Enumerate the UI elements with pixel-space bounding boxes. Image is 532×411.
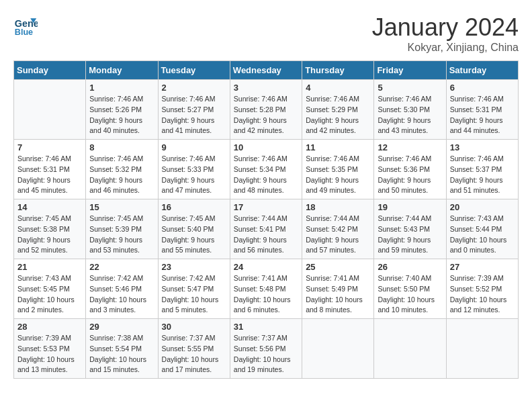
calendar-cell: 14Sunrise: 7:45 AMSunset: 5:38 PMDayligh… — [14, 199, 86, 259]
calendar-cell: 1Sunrise: 7:46 AMSunset: 5:26 PMDaylight… — [86, 80, 158, 140]
calendar-week-5: 28Sunrise: 7:39 AMSunset: 5:53 PMDayligh… — [14, 319, 519, 379]
calendar-cell: 24Sunrise: 7:41 AMSunset: 5:48 PMDayligh… — [230, 259, 302, 319]
calendar-cell: 31Sunrise: 7:37 AMSunset: 5:56 PMDayligh… — [230, 319, 302, 379]
calendar-cell: 19Sunrise: 7:44 AMSunset: 5:43 PMDayligh… — [374, 199, 446, 259]
day-number: 20 — [450, 202, 515, 212]
logo-icon: General Blue — [13, 13, 38, 38]
cell-info: Sunrise: 7:42 AMSunset: 5:47 PMDaylight:… — [162, 273, 226, 316]
day-number: 4 — [306, 83, 370, 93]
calendar-cell — [302, 319, 374, 379]
day-number: 24 — [234, 262, 298, 272]
calendar-cell: 17Sunrise: 7:44 AMSunset: 5:41 PMDayligh… — [230, 199, 302, 259]
cell-info: Sunrise: 7:45 AMSunset: 5:38 PMDaylight:… — [17, 214, 82, 256]
calendar-cell: 11Sunrise: 7:46 AMSunset: 5:35 PMDayligh… — [302, 140, 374, 199]
day-number: 22 — [89, 262, 154, 272]
header-cell-sunday: Sunday — [14, 61, 86, 80]
day-number: 17 — [234, 202, 298, 212]
day-number: 16 — [162, 202, 226, 212]
day-number: 12 — [378, 142, 442, 152]
cell-info: Sunrise: 7:43 AMSunset: 5:45 PMDaylight:… — [17, 273, 82, 316]
cell-info: Sunrise: 7:37 AMSunset: 5:55 PMDaylight:… — [162, 333, 226, 375]
calendar-cell: 30Sunrise: 7:37 AMSunset: 5:55 PMDayligh… — [158, 319, 230, 379]
day-number: 1 — [89, 83, 154, 93]
day-number: 25 — [306, 262, 370, 272]
day-number: 18 — [306, 202, 370, 212]
cell-info: Sunrise: 7:45 AMSunset: 5:39 PMDaylight:… — [89, 214, 154, 256]
day-number: 2 — [162, 83, 226, 93]
cell-info: Sunrise: 7:41 AMSunset: 5:49 PMDaylight:… — [306, 273, 370, 316]
calendar-header: SundayMondayTuesdayWednesdayThursdayFrid… — [14, 61, 519, 80]
cell-info: Sunrise: 7:46 AMSunset: 5:34 PMDaylight:… — [234, 154, 298, 196]
cell-info: Sunrise: 7:46 AMSunset: 5:37 PMDaylight:… — [450, 154, 515, 196]
day-number: 23 — [162, 262, 226, 272]
calendar-cell: 9Sunrise: 7:46 AMSunset: 5:33 PMDaylight… — [158, 140, 230, 199]
calendar-cell: 7Sunrise: 7:46 AMSunset: 5:31 PMDaylight… — [14, 140, 86, 199]
cell-info: Sunrise: 7:44 AMSunset: 5:41 PMDaylight:… — [234, 214, 298, 256]
day-number: 21 — [17, 262, 82, 272]
cell-info: Sunrise: 7:44 AMSunset: 5:42 PMDaylight:… — [306, 214, 370, 256]
calendar-cell: 4Sunrise: 7:46 AMSunset: 5:29 PMDaylight… — [302, 80, 374, 140]
calendar-cell — [14, 80, 86, 140]
header-cell-tuesday: Tuesday — [158, 61, 230, 80]
calendar-cell: 6Sunrise: 7:46 AMSunset: 5:31 PMDaylight… — [446, 80, 518, 140]
cell-info: Sunrise: 7:39 AMSunset: 5:53 PMDaylight:… — [17, 333, 82, 375]
day-number: 10 — [234, 142, 298, 152]
calendar-cell: 29Sunrise: 7:38 AMSunset: 5:54 PMDayligh… — [86, 319, 158, 379]
cell-info: Sunrise: 7:46 AMSunset: 5:26 PMDaylight:… — [89, 94, 154, 136]
cell-info: Sunrise: 7:46 AMSunset: 5:36 PMDaylight:… — [378, 154, 442, 196]
day-number: 3 — [234, 83, 298, 93]
calendar-cell: 26Sunrise: 7:40 AMSunset: 5:50 PMDayligh… — [374, 259, 446, 319]
day-number: 29 — [89, 322, 154, 332]
cell-info: Sunrise: 7:42 AMSunset: 5:46 PMDaylight:… — [89, 273, 154, 316]
day-number: 5 — [378, 83, 442, 93]
calendar-cell: 5Sunrise: 7:46 AMSunset: 5:30 PMDaylight… — [374, 80, 446, 140]
day-number: 13 — [450, 142, 515, 152]
calendar-cell: 28Sunrise: 7:39 AMSunset: 5:53 PMDayligh… — [14, 319, 86, 379]
day-number: 27 — [450, 262, 515, 272]
calendar-cell: 21Sunrise: 7:43 AMSunset: 5:45 PMDayligh… — [14, 259, 86, 319]
day-number: 9 — [162, 142, 226, 152]
logo: General Blue — [13, 13, 38, 38]
title-section: January 2024 Kokyar, Xinjiang, China — [372, 13, 519, 54]
day-number: 19 — [378, 202, 442, 212]
calendar-cell — [374, 319, 446, 379]
month-title: January 2024 — [372, 13, 519, 42]
calendar-cell: 16Sunrise: 7:45 AMSunset: 5:40 PMDayligh… — [158, 199, 230, 259]
day-number: 26 — [378, 262, 442, 272]
cell-info: Sunrise: 7:37 AMSunset: 5:56 PMDaylight:… — [234, 333, 298, 375]
svg-text:Blue: Blue — [15, 28, 33, 37]
day-number: 30 — [162, 322, 226, 332]
calendar-cell: 27Sunrise: 7:39 AMSunset: 5:52 PMDayligh… — [446, 259, 518, 319]
calendar-week-1: 1Sunrise: 7:46 AMSunset: 5:26 PMDaylight… — [14, 80, 519, 140]
cell-info: Sunrise: 7:44 AMSunset: 5:43 PMDaylight:… — [378, 214, 442, 256]
calendar-cell: 3Sunrise: 7:46 AMSunset: 5:28 PMDaylight… — [230, 80, 302, 140]
calendar-cell — [446, 319, 518, 379]
cell-info: Sunrise: 7:45 AMSunset: 5:40 PMDaylight:… — [162, 214, 226, 256]
cell-info: Sunrise: 7:46 AMSunset: 5:29 PMDaylight:… — [306, 94, 370, 136]
day-number: 6 — [450, 83, 515, 93]
cell-info: Sunrise: 7:46 AMSunset: 5:31 PMDaylight:… — [450, 94, 515, 136]
cell-info: Sunrise: 7:38 AMSunset: 5:54 PMDaylight:… — [89, 333, 154, 375]
cell-info: Sunrise: 7:43 AMSunset: 5:44 PMDaylight:… — [450, 214, 515, 256]
day-number: 28 — [17, 322, 82, 332]
calendar-week-2: 7Sunrise: 7:46 AMSunset: 5:31 PMDaylight… — [14, 140, 519, 199]
location-subtitle: Kokyar, Xinjiang, China — [372, 42, 519, 54]
calendar-cell: 18Sunrise: 7:44 AMSunset: 5:42 PMDayligh… — [302, 199, 374, 259]
calendar-cell: 8Sunrise: 7:46 AMSunset: 5:32 PMDaylight… — [86, 140, 158, 199]
cell-info: Sunrise: 7:39 AMSunset: 5:52 PMDaylight:… — [450, 273, 515, 316]
cell-info: Sunrise: 7:46 AMSunset: 5:35 PMDaylight:… — [306, 154, 370, 196]
calendar-cell: 22Sunrise: 7:42 AMSunset: 5:46 PMDayligh… — [86, 259, 158, 319]
header-cell-wednesday: Wednesday — [230, 61, 302, 80]
calendar-cell: 15Sunrise: 7:45 AMSunset: 5:39 PMDayligh… — [86, 199, 158, 259]
calendar-cell: 2Sunrise: 7:46 AMSunset: 5:27 PMDaylight… — [158, 80, 230, 140]
day-number: 14 — [17, 202, 82, 212]
cell-info: Sunrise: 7:46 AMSunset: 5:33 PMDaylight:… — [162, 154, 226, 196]
header-cell-thursday: Thursday — [302, 61, 374, 80]
calendar-body: 1Sunrise: 7:46 AMSunset: 5:26 PMDaylight… — [14, 80, 519, 379]
calendar-week-4: 21Sunrise: 7:43 AMSunset: 5:45 PMDayligh… — [14, 259, 519, 319]
day-number: 7 — [17, 142, 82, 152]
calendar-cell: 20Sunrise: 7:43 AMSunset: 5:44 PMDayligh… — [446, 199, 518, 259]
day-number: 31 — [234, 322, 298, 332]
page-header: General Blue January 2024 Kokyar, Xinjia… — [13, 13, 519, 54]
cell-info: Sunrise: 7:46 AMSunset: 5:27 PMDaylight:… — [162, 94, 226, 136]
